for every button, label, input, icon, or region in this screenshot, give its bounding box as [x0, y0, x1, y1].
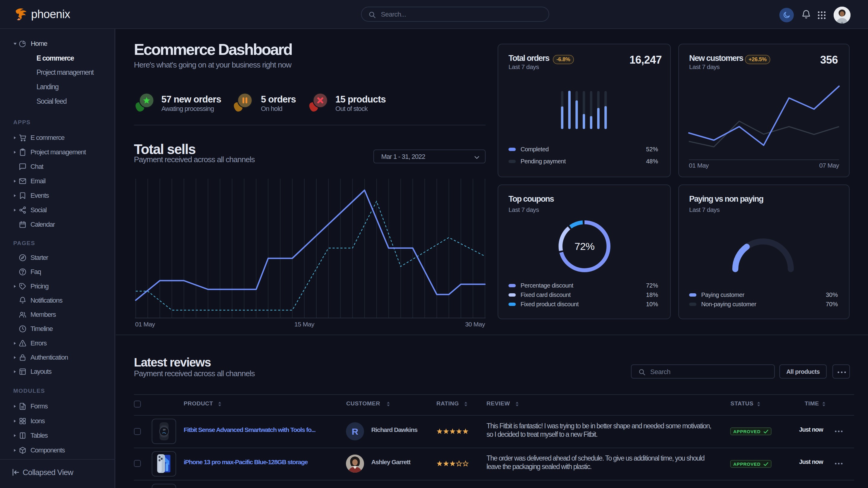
svg-text:19: 19	[163, 428, 165, 431]
